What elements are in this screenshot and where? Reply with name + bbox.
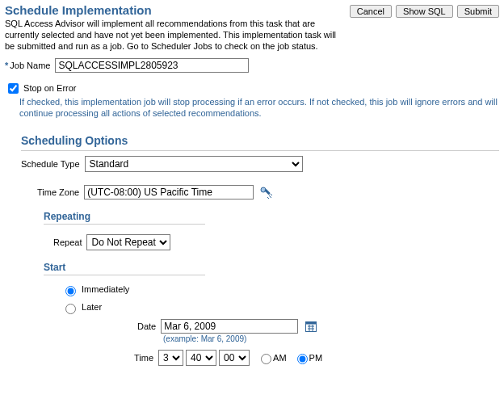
svg-line-2 <box>269 195 271 198</box>
stop-on-error-help: If checked, this implementation job will… <box>19 97 499 120</box>
start-later-label: Later <box>82 302 102 312</box>
start-immediately-label: Immediately <box>82 284 129 294</box>
job-name-row: * Job Name <box>5 58 499 73</box>
time-label: Time <box>134 353 153 363</box>
date-example: (example: Mar 6, 2009) <box>163 334 499 343</box>
ampm-group: AM PM <box>257 351 329 364</box>
repeat-row: Repeat Do Not Repeat <box>53 234 499 250</box>
action-buttons: Cancel Show SQL Submit <box>348 3 499 18</box>
cancel-button[interactable]: Cancel <box>350 5 392 18</box>
time-row: Time 3 40 00 AM PM <box>134 350 499 366</box>
svg-line-4 <box>271 194 272 195</box>
show-sql-button[interactable]: Show SQL <box>396 5 453 18</box>
pm-label: PM <box>309 353 323 363</box>
time-minute-select[interactable]: 40 <box>186 350 216 366</box>
schedule-type-label: Schedule Type <box>21 159 80 169</box>
time-zone-label: Time Zone <box>37 187 79 197</box>
am-label: AM <box>273 353 287 363</box>
time-zone-input[interactable] <box>84 185 254 200</box>
svg-line-3 <box>267 197 269 199</box>
calendar-icon[interactable] <box>304 320 317 333</box>
start-radio-group: Immediately Later <box>61 284 499 314</box>
repeat-label: Repeat <box>53 237 82 247</box>
pm-radio[interactable] <box>297 354 308 364</box>
schedule-type-row: Schedule Type Standard <box>21 156 499 172</box>
start-immediately-radio[interactable] <box>65 286 76 296</box>
repeat-select[interactable]: Do Not Repeat <box>86 234 170 250</box>
start-later-radio[interactable] <box>65 304 76 314</box>
stop-on-error-checkbox[interactable] <box>8 83 19 94</box>
time-zone-row: Time Zone <box>37 185 499 200</box>
repeating-title: Repeating <box>44 211 205 225</box>
svg-rect-6 <box>306 321 317 324</box>
flashlight-icon[interactable] <box>258 185 273 200</box>
submit-button[interactable]: Submit <box>457 5 499 18</box>
time-hour-select[interactable]: 3 <box>158 350 183 366</box>
stop-on-error-row: Stop on Error If checked, this implement… <box>5 81 499 120</box>
job-name-label: Job Name <box>10 61 50 70</box>
scheduling-options-title: Scheduling Options <box>21 134 499 151</box>
date-row: Date <box>137 319 499 334</box>
stop-on-error-label: Stop on Error <box>23 83 76 93</box>
job-name-input[interactable] <box>55 58 249 73</box>
intro-text: SQL Access Advisor will implement all re… <box>5 19 338 52</box>
am-radio[interactable] <box>261 354 271 364</box>
date-label: Date <box>137 321 156 331</box>
time-second-select[interactable]: 00 <box>219 350 250 366</box>
date-input[interactable] <box>161 319 298 334</box>
schedule-type-select[interactable]: Standard <box>85 156 303 172</box>
start-title: Start <box>44 262 205 275</box>
required-marker: * <box>5 61 8 70</box>
page-title: Schedule Implementation <box>5 3 152 17</box>
